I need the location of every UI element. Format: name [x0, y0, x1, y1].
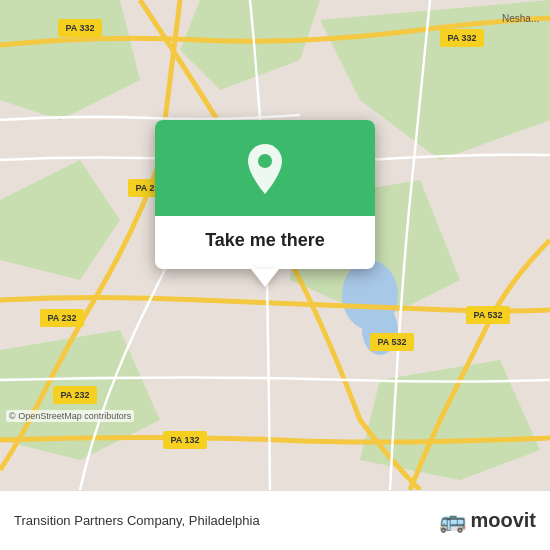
location-text: Transition Partners Company, Philadelphi… [14, 513, 429, 528]
map-container: PA 332 PA 332 PA 232 PA 232 PA 232 PA 13… [0, 0, 550, 490]
svg-point-27 [258, 154, 272, 168]
popup-card[interactable]: Take me there [155, 120, 375, 269]
moovit-bus-icon: 🚌 [439, 508, 466, 534]
popup-title: Take me there [205, 230, 325, 250]
svg-text:PA 232: PA 232 [47, 313, 76, 323]
popup-green-section [155, 120, 375, 216]
svg-text:PA 232: PA 232 [60, 390, 89, 400]
svg-text:Nesha...: Nesha... [502, 13, 539, 24]
bottom-bar: Transition Partners Company, Philadelphi… [0, 490, 550, 550]
svg-text:PA 332: PA 332 [65, 23, 94, 33]
popup-text-section: Take me there [185, 216, 345, 269]
svg-text:PA 532: PA 532 [377, 337, 406, 347]
svg-text:PA 132: PA 132 [170, 435, 199, 445]
svg-text:PA 332: PA 332 [447, 33, 476, 43]
location-pin-icon [241, 142, 289, 198]
map-attribution: © OpenStreetMap contributors [6, 410, 134, 422]
moovit-logo-text: moovit [470, 509, 536, 532]
moovit-logo: 🚌 moovit [439, 508, 536, 534]
svg-text:PA 532: PA 532 [473, 310, 502, 320]
